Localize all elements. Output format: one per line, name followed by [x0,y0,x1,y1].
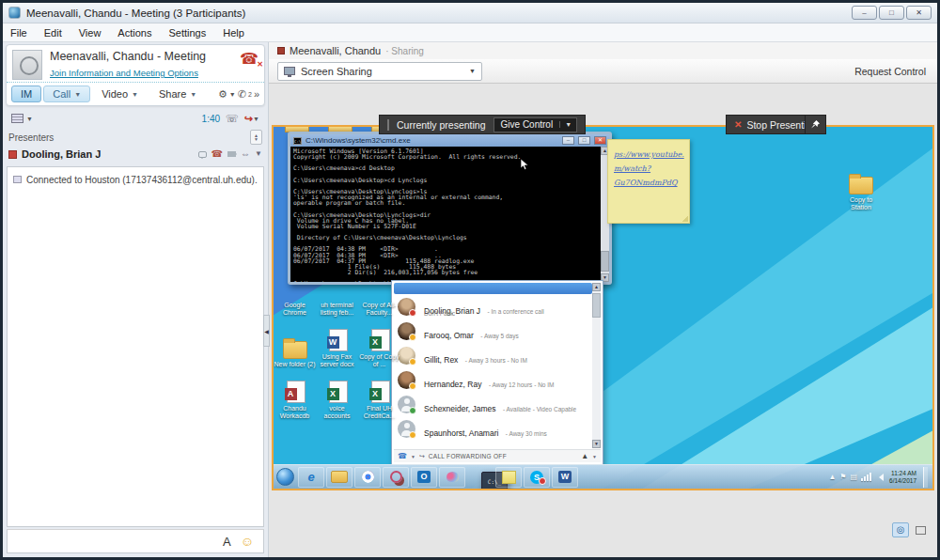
sharer-name: Meenavalli, Chandu [290,45,381,56]
contact-row[interactable]: Gillit, Rex - Away 3 hours - No IM [394,345,592,369]
taskbar-app-icon[interactable] [383,467,409,488]
warning-icon[interactable]: ▲ [581,453,588,460]
cmd-window[interactable]: C:\ C:\Windows\system32\cmd.exe ‒ □ ✕ Mi… [288,132,612,285]
request-control-button[interactable]: Request Control [854,66,926,77]
desktop-icon[interactable]: Final UH CreditCa... [358,370,400,422]
flag-icon[interactable]: ⚑ [839,474,846,481]
end-call-button[interactable]: ☎✕ [240,52,258,67]
maximize-button[interactable]: □ [879,6,904,20]
contacts-scrollbar[interactable]: ▲ ▼ [592,283,601,448]
taskbar-app-icon[interactable] [495,467,522,488]
show-desktop-button[interactable] [923,467,928,488]
taskbar-app-icon[interactable] [326,467,352,488]
tab-call[interactable]: Call▼ [43,86,90,102]
presenter-item[interactable]: Dooling, Brian J ☎ ⇔ ▼ [8,146,262,163]
desktop-icon[interactable]: New folder (2) [274,319,316,370]
taskbar-app-icon[interactable] [298,467,324,488]
tab-im[interactable]: IM [11,86,41,102]
menu-item[interactable]: Actions [118,27,151,39]
overflow-button[interactable]: » [254,88,259,100]
taskbar-app-icon[interactable] [552,467,578,488]
menu-item[interactable]: Help [223,27,244,39]
shared-desktop-view: C:\ C:\Windows\system32\cmd.exe ‒ □ ✕ Mi… [272,125,934,490]
drag-grip[interactable] [387,119,389,131]
contact-row[interactable]: Spaunhorst, Anamari - Away 30 mins [394,418,592,443]
contact-name: Farooq, Omar [424,331,474,340]
desktop-icon[interactable]: uh terminal listing feb... [316,275,358,319]
chevron-down-icon[interactable]: ▼ [255,150,262,158]
sticky-note-link[interactable]: ps://www.youtube. [614,148,684,162]
contact-row[interactable]: Schexneider, James - Available - Video C… [394,394,592,418]
desktop-icon-glyph [287,381,306,403]
contact-row[interactable]: Farooq, Omar - Away 5 days [394,320,592,345]
join-information-link[interactable]: Join Information and Meeting Options [50,68,198,78]
settings-gear-button[interactable]: ⚙▼ [218,88,236,101]
fit-to-window-button[interactable]: ◎ [892,522,909,537]
full-screen-button[interactable] [913,523,928,537]
action-center-icon[interactable]: ▤ [851,474,858,481]
desktop-icon[interactable]: Using Fax server docx [316,319,358,370]
taskbar-app-icon[interactable] [439,467,465,488]
scrollbar-thumb[interactable] [601,251,609,272]
phone-icon[interactable]: ☎ [398,453,407,460]
sticky-note-link[interactable]: Gu7ONmdmPdQ [614,176,684,190]
menu-item[interactable]: Edit [44,27,62,39]
sticky-note-link[interactable]: m/watch? [614,162,684,176]
desktop-icon[interactable]: Google Chrome [274,275,316,319]
chevron-down-icon[interactable]: ▼ [26,116,33,122]
selected-contact-row-partial[interactable] [394,283,592,294]
call-status-icon: ☏ [226,113,239,125]
close-button[interactable]: ✕ [906,6,932,20]
message-input[interactable]: A ☺ [7,529,264,553]
contact-row[interactable]: Hernandez, Ray - Away 12 hours - No IM [394,369,592,394]
cmd-close-button[interactable]: ✕ [594,136,606,145]
pin-toolbar-button[interactable] [805,115,826,134]
roster-list-icon[interactable] [11,114,24,123]
start-button[interactable] [276,468,294,486]
minimize-button[interactable]: ‒ [852,6,877,20]
chevron-down-icon[interactable]: ▼ [253,116,259,122]
desktop-icon[interactable]: Copy to Station [836,172,886,211]
menu-item[interactable]: Settings [168,27,206,39]
call-forward-icon[interactable]: ↪ [419,453,425,459]
desktop-icon[interactable]: Chandu Workacdb [274,370,316,422]
desktop-icon[interactable]: Copy of Copy of ... [358,319,400,370]
cmd-maximize-button[interactable]: □ [578,136,590,145]
lync-contacts-window[interactable]: Dooling, Brian J - In a conference call … [391,280,603,465]
taskbar-app-icon[interactable] [524,467,550,488]
roster-scroll-spinner[interactable]: ▲▼ [250,130,262,145]
presenter-name: Dooling, Brian J [22,148,194,160]
scroll-up-icon[interactable]: ▲ [592,283,601,291]
phone-icon[interactable]: ☎ [212,149,223,159]
video-icon[interactable] [227,151,236,157]
taskbar-app-icon[interactable] [354,467,381,488]
sharing-link-icon[interactable]: ⇔ [241,149,250,159]
taskbar-clock[interactable]: 11:24 AM 6/14/2017 [889,470,916,484]
console-output[interactable]: Microsoft Windows [Version 6.1.7601]Copy… [290,147,601,282]
give-control-button[interactable]: Give Control ▼ [494,117,578,132]
menu-item[interactable]: View [79,27,102,39]
call-transfer-button[interactable]: ↪ [244,113,253,125]
tab-video[interactable]: Video▼ [92,86,148,102]
network-icon[interactable] [861,473,871,481]
participants-button[interactable]: ✆2 [238,88,252,101]
emoticon-button[interactable]: ☺ [241,535,254,548]
panel-collapse-handle[interactable]: ◀ [263,315,270,347]
chevron-down-icon[interactable]: ▼ [559,121,576,128]
screen-sharing-dropdown[interactable]: Screen Sharing ▼ [277,62,482,81]
scroll-down-icon[interactable]: ▼ [592,440,601,448]
desktop-icon[interactable]: Copy of All-Faculty... [358,275,400,319]
contact-row[interactable]: Dooling, Brian J - In a conference call … [394,296,592,320]
volume-icon[interactable] [875,474,884,481]
cmd-minimize-button[interactable]: ‒ [562,136,574,145]
tab-share[interactable]: Share▼ [149,86,206,102]
taskbar-app-icon[interactable] [411,467,437,488]
sticky-note[interactable]: ps://www.youtube.m/watch?Gu7ONmdmPdQ [607,139,690,224]
cmd-title-bar[interactable]: C:\ C:\Windows\system32\cmd.exe ‒ □ ✕ [290,134,609,147]
scrollbar-thumb[interactable] [592,293,601,318]
show-hidden-icons[interactable]: ▲ [828,474,836,481]
font-button[interactable]: A [223,535,231,549]
desktop-icon[interactable]: voice accounts [316,370,358,422]
im-icon[interactable] [198,151,207,158]
menu-item[interactable]: File [10,27,27,39]
